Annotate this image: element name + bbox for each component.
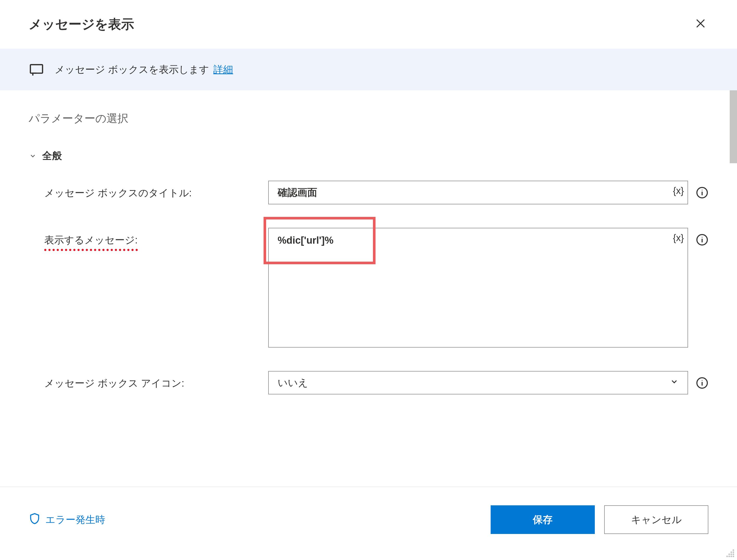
details-link[interactable]: 詳細 [213, 64, 233, 75]
svg-point-9 [702, 380, 702, 381]
banner-text: メッセージ ボックスを表示します 詳細 [55, 63, 233, 76]
info-icon[interactable] [696, 234, 708, 246]
resize-grip[interactable] [725, 548, 735, 558]
svg-rect-0 [30, 65, 43, 73]
svg-point-14 [730, 553, 732, 555]
svg-point-15 [733, 553, 734, 555]
on-error-link[interactable]: エラー発生時 [29, 513, 105, 527]
info-icon[interactable] [696, 377, 708, 389]
close-icon [695, 18, 706, 31]
row-message-box-title: メッセージ ボックスのタイトル: {x} [29, 181, 708, 204]
group-general-toggle[interactable]: 全般 [29, 149, 708, 162]
display-message-dialog: メッセージを表示 メッセージ ボックスを表示します 詳細 パラメーターの選択 全… [0, 0, 737, 560]
section-title: パラメーターの選択 [29, 111, 708, 126]
svg-point-6 [702, 237, 702, 237]
dialog-header: メッセージを表示 [0, 0, 737, 49]
svg-point-11 [730, 551, 732, 553]
save-button[interactable]: 保存 [491, 505, 595, 534]
svg-point-16 [726, 556, 728, 557]
row-message-box-icon: メッセージ ボックス アイコン: いいえ [29, 371, 708, 394]
dialog-body: パラメーターの選択 全般 メッセージ ボックスのタイトル: {x} [0, 90, 737, 487]
message-box-icon [29, 62, 44, 77]
dialog-footer: エラー発生時 保存 キャンセル [0, 487, 737, 560]
scrollbar-thumb[interactable] [730, 90, 737, 163]
group-general-label: 全般 [42, 149, 62, 162]
label-message-to-display-text: 表示するメッセージ: [44, 234, 138, 251]
svg-point-3 [702, 190, 702, 190]
footer-buttons: 保存 キャンセル [491, 505, 708, 534]
insert-variable-button[interactable]: {x} [673, 185, 684, 196]
chevron-down-icon [29, 152, 37, 160]
svg-point-18 [730, 556, 732, 557]
input-message-box-title[interactable] [268, 181, 688, 204]
dialog-title: メッセージを表示 [29, 16, 134, 33]
label-message-box-icon: メッセージ ボックス アイコン: [44, 371, 268, 390]
input-message-to-display[interactable] [268, 228, 688, 348]
info-icon[interactable] [696, 186, 708, 199]
insert-variable-button[interactable]: {x} [673, 232, 684, 243]
svg-point-17 [728, 556, 730, 557]
chevron-down-icon [670, 377, 679, 388]
close-button[interactable] [693, 17, 708, 32]
on-error-label: エラー発生時 [45, 513, 105, 526]
info-banner: メッセージ ボックスを表示します 詳細 [0, 49, 737, 90]
row-message-to-display: 表示するメッセージ: {x} [29, 228, 708, 348]
select-value: いいえ [277, 376, 308, 389]
svg-point-10 [733, 549, 734, 551]
label-message-to-display: 表示するメッセージ: [44, 228, 268, 251]
banner-text-content: メッセージ ボックスを表示します [55, 64, 209, 75]
shield-icon [29, 513, 41, 527]
label-message-box-title: メッセージ ボックスのタイトル: [44, 181, 268, 200]
select-message-box-icon[interactable]: いいえ [268, 371, 688, 394]
svg-point-12 [733, 551, 734, 553]
cancel-button[interactable]: キャンセル [604, 505, 708, 534]
svg-point-13 [728, 553, 730, 555]
svg-point-19 [733, 556, 734, 557]
